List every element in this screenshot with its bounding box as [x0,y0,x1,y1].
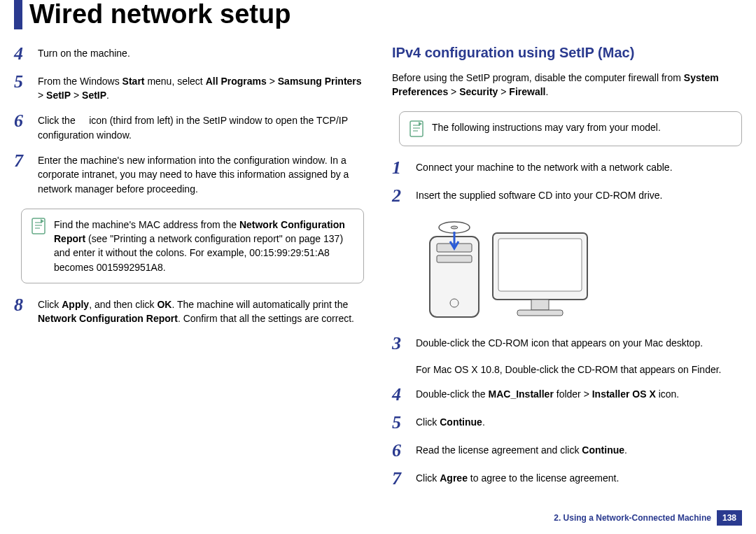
note-text: Find the machine's MAC address from the … [54,218,354,274]
step-text: Read the license agreement and click Con… [416,442,742,457]
step-text: Click Continue. [416,414,742,429]
left-steps-1: 4Turn on the machine.5From the Windows S… [14,45,364,196]
left-column: 4Turn on the machine.5From the Windows S… [14,45,364,498]
left-steps-2: 8Click Apply, and then click OK. The mac… [14,296,364,326]
right-steps-top: 1Connect your machine to the network wit… [392,159,742,205]
note-icon [31,218,46,234]
content-columns: 4Turn on the machine.5From the Windows S… [14,45,742,498]
step-number: 4 [14,45,38,63]
step-row: 3 Double-click the CD-ROM icon that appe… [392,335,742,353]
page-footer: 2. Using a Network-Connected Machine 138 [554,510,742,526]
step-text: Double-click the MAC_Installer folder > … [416,386,742,401]
step-row: 6Read the license agreement and click Co… [392,442,742,460]
step-number: 5 [392,414,416,432]
step-subtext: For Mac OS X 10.8, Double-click the CD-R… [416,363,742,377]
step-row: 4Turn on the machine. [14,45,364,63]
svg-rect-10 [437,255,472,262]
svg-rect-16 [531,300,549,310]
step-number: 6 [392,442,416,460]
step-number: 1 [392,159,416,177]
step-number: 7 [14,152,38,170]
step-number: 3 [392,335,416,353]
step-text: Double-click the CD-ROM icon that appear… [416,335,742,350]
step-row: 1Connect your machine to the network wit… [392,159,742,177]
svg-rect-17 [517,310,563,316]
step-number: 6 [14,112,38,130]
step-text: Click Agree to agree to the license agre… [416,470,742,485]
computer-cdrom-illustration [416,219,598,324]
note-icon [410,120,424,137]
page-title: Wired network setup [14,0,742,29]
step-row: 5From the Windows Start menu, select All… [14,73,364,103]
step-text: From the Windows Start menu, select All … [38,73,364,103]
step-text: Click the icon (third from left) in the … [38,112,364,142]
svg-rect-15 [498,239,582,291]
right-column: IPv4 configuration using SetIP (Mac) Bef… [392,45,742,498]
step-number: 8 [14,296,38,314]
note-text: The following instructions may vary from… [432,120,661,134]
step-text: Turn on the machine. [38,45,364,60]
right-steps-bottom: 4Double-click the MAC_Installer folder >… [392,386,742,488]
note-box-model-vary: The following instructions may vary from… [399,111,742,146]
intro-text: Before using the SetIP program, disable … [392,71,742,99]
step-text: Connect your machine to the network with… [416,159,742,174]
step-row: 7Click Agree to agree to the license agr… [392,470,742,488]
step-text: Click Apply, and then click OK. The mach… [38,296,364,326]
step-number: 7 [392,470,416,488]
svg-point-13 [451,226,458,229]
section-heading-ipv4-mac: IPv4 configuration using SetIP (Mac) [392,45,742,61]
footer-chapter: 2. Using a Network-Connected Machine [554,513,711,523]
page-number: 138 [717,510,742,526]
step-row: 2Insert the supplied software CD into yo… [392,187,742,205]
step-row: 7Enter the machine's new information int… [14,152,364,196]
step-number: 4 [392,386,416,404]
step-number: 2 [392,187,416,205]
step-row: 5Click Continue. [392,414,742,432]
step-row: 8Click Apply, and then click OK. The mac… [14,296,364,326]
step-row: 6Click the icon (third from left) in the… [14,112,364,142]
step-number: 5 [14,73,38,91]
step-row: 4Double-click the MAC_Installer folder >… [392,386,742,404]
step-text: Insert the supplied software CD into you… [416,187,742,202]
step-text: Enter the machine's new information into… [38,152,364,196]
note-box-mac-address: Find the machine's MAC address from the … [21,209,364,283]
